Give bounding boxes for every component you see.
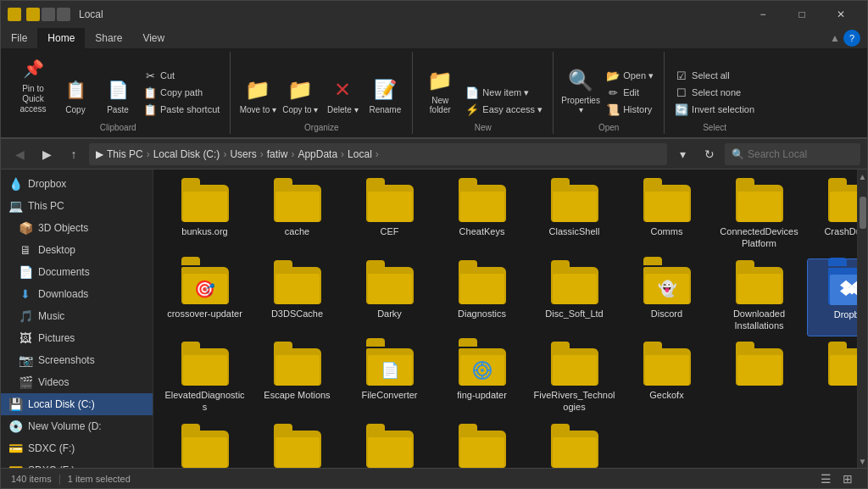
dropdown-button[interactable]: ▾ — [670, 142, 694, 166]
folder-icon — [274, 181, 321, 222]
sidebar-item-documents[interactable]: 📄 Documents — [1, 261, 153, 283]
tab-home[interactable]: Home — [37, 28, 85, 48]
path-user[interactable]: fatiw — [267, 148, 288, 160]
select-none-button[interactable]: ☐ Select none — [671, 84, 758, 101]
invert-selection-button[interactable]: 🔄 Invert selection — [671, 101, 758, 118]
list-item[interactable]: CEF — [345, 176, 434, 255]
minimize-button[interactable]: − — [743, 1, 782, 28]
delete-button[interactable]: ✕ Delete ▾ — [322, 73, 363, 118]
select-none-icon: ☐ — [675, 86, 688, 99]
cut-button[interactable]: ✂ Cut — [140, 67, 223, 84]
vertical-scrollbar[interactable]: ▲ ▼ — [857, 169, 867, 468]
history-button[interactable]: 📜 History — [603, 101, 657, 118]
sidebar-item-dropbox[interactable]: 💧 Dropbox — [1, 173, 153, 195]
paste-shortcut-button[interactable]: 📋 Paste shortcut — [140, 101, 223, 118]
open-items: 🔍 Properties ▾ 📂 Open ▾ ✏ Edit — [560, 52, 657, 121]
path-local-disk[interactable]: Local Disk (C:) — [153, 148, 220, 160]
search-input[interactable] — [748, 148, 849, 160]
collapse-ribbon-btn[interactable]: ▲ — [830, 32, 840, 44]
list-item[interactable]: Disc_Soft_Ltd — [530, 258, 619, 337]
select-all-button[interactable]: ☑ Select all — [671, 67, 758, 84]
open-button[interactable]: 📂 Open ▾ — [603, 67, 657, 84]
sidebar-item-downloads[interactable]: ⬇ Downloads — [1, 283, 153, 305]
list-item[interactable]: ConnectedDevicesPlatform — [715, 176, 804, 255]
sidebar-item-this-pc[interactable]: 💻 This PC — [1, 195, 153, 217]
list-item[interactable]: 📄 FileConverter — [345, 340, 434, 419]
new-folder-button[interactable]: 📁 New folder — [420, 64, 460, 118]
grid-view-button[interactable]: ⊞ — [838, 470, 857, 488]
list-item[interactable]: Downloaded Installations — [715, 258, 804, 337]
maximize-button[interactable]: □ — [782, 1, 821, 28]
move-to-button[interactable]: 📁 Move to ▾ — [237, 73, 278, 118]
list-item[interactable] — [437, 422, 526, 468]
folder-icon — [181, 181, 229, 222]
list-item[interactable] — [160, 422, 249, 468]
list-item[interactable]: Escape Motions — [253, 340, 342, 419]
search-box[interactable]: 🔍 — [725, 143, 860, 165]
history-icon: 📜 — [606, 103, 620, 116]
list-item[interactable] — [715, 340, 804, 419]
path-local[interactable]: Local — [348, 148, 372, 160]
path-this-pc[interactable]: This PC — [107, 148, 143, 160]
list-view-button[interactable]: ☰ — [816, 470, 835, 488]
sidebar-item-music[interactable]: 🎵 Music — [1, 305, 153, 327]
tab-share[interactable]: Share — [85, 28, 132, 48]
forward-button[interactable]: ▶ — [35, 142, 58, 166]
copy-button[interactable]: 📋 Copy — [55, 73, 96, 118]
scroll-up-button[interactable]: ▲ — [858, 169, 867, 183]
main-area: 💧 Dropbox 💻 This PC 📦 3D Objects 🖥 Deskt… — [1, 169, 867, 468]
address-path[interactable]: ▶ This PC › Local Disk (C:) › Users › fa… — [89, 143, 667, 165]
scroll-down-button[interactable]: ▼ — [858, 454, 867, 468]
path-appdata[interactable]: AppData — [298, 148, 337, 160]
refresh-button[interactable]: ↻ — [698, 142, 721, 166]
list-item[interactable]: Geckofx — [622, 340, 711, 419]
sidebar-item-videos[interactable]: 🎬 Videos — [1, 371, 153, 393]
sidebar-item-pictures[interactable]: 🖼 Pictures — [1, 327, 153, 349]
rename-button[interactable]: 📝 Rename — [364, 73, 405, 118]
folder-icon — [274, 264, 321, 304]
sidebar-item-sdxc-2[interactable]: 💳 SDXC (F:) — [1, 459, 153, 468]
tab-view[interactable]: View — [132, 28, 175, 48]
list-item[interactable]: Diagnostics — [437, 258, 526, 337]
paste-button[interactable]: 📄 Paste — [97, 73, 138, 118]
up-button[interactable]: ↑ — [62, 142, 86, 166]
list-item[interactable] — [807, 340, 857, 419]
list-item[interactable]: bunkus.org — [160, 176, 249, 255]
list-item[interactable]: 👻 Discord — [622, 258, 711, 337]
sidebar-item-sdxc-1[interactable]: 💳 SDXC (F:) — [1, 437, 153, 459]
list-item[interactable] — [253, 422, 342, 468]
close-button[interactable]: ✕ — [821, 1, 860, 28]
tab-file[interactable]: File — [1, 28, 37, 48]
list-item[interactable]: FiveRivers_Technologies — [530, 340, 619, 419]
list-item[interactable]: CheatKeys — [437, 176, 526, 255]
scroll-thumb[interactable] — [860, 197, 866, 229]
sidebar-item-new-volume[interactable]: 💿 New Volume (D: — [1, 415, 153, 437]
list-item[interactable]: Darky — [345, 258, 434, 337]
list-item[interactable]: ClassicShell — [530, 176, 619, 255]
edit-button[interactable]: ✏ Edit — [603, 84, 657, 101]
sidebar-item-screenshots[interactable]: 📷 Screenshots — [1, 349, 153, 371]
easy-access-button[interactable]: ⚡ Easy access ▾ — [462, 101, 546, 118]
list-item[interactable]: 🎯 crossover-updater — [160, 258, 249, 337]
sidebar-item-desktop[interactable]: 🖥 Desktop — [1, 239, 153, 261]
new-items: 📁 New folder 📄 New item ▾ ⚡ Easy access … — [420, 52, 546, 121]
properties-button[interactable]: 🔍 Properties ▾ — [560, 64, 601, 118]
list-item[interactable]: Dropbox — [807, 258, 857, 337]
list-item[interactable]: CrashDumps — [807, 176, 857, 255]
back-button[interactable]: ◀ — [8, 142, 31, 166]
help-button[interactable]: ? — [843, 30, 860, 47]
path-users[interactable]: Users — [230, 148, 256, 160]
list-item[interactable] — [345, 422, 434, 468]
sidebar-item-local-disk[interactable]: 💾 Local Disk (C:) — [1, 393, 153, 415]
list-item[interactable]: ElevatedDiagnostics — [160, 340, 249, 419]
sidebar-item-3d-objects[interactable]: 📦 3D Objects — [1, 217, 153, 239]
new-item-button[interactable]: 📄 New item ▾ — [462, 84, 546, 101]
copy-to-button[interactable]: 📁 Copy to ▾ — [280, 73, 320, 118]
copy-path-button[interactable]: 📋 Copy path — [140, 84, 223, 101]
list-item[interactable] — [530, 422, 619, 468]
list-item[interactable]: fing-updater — [437, 340, 526, 419]
list-item[interactable]: D3DSCache — [253, 258, 342, 337]
list-item[interactable]: cache — [253, 176, 342, 255]
pin-to-quick-access-button[interactable]: 📌 Pin to Quickaccess — [13, 52, 53, 118]
list-item[interactable]: Comms — [622, 176, 711, 255]
